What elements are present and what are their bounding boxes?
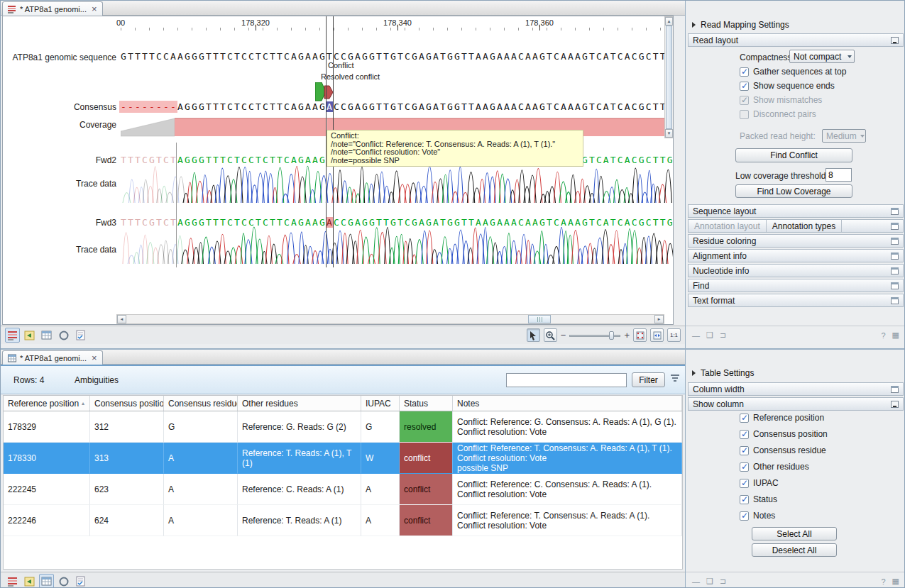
table-tab[interactable]: * ATP8a1 genomi... × <box>2 350 103 365</box>
table-view-button[interactable] <box>39 328 54 343</box>
find-low-coverage-button[interactable]: Find Low Coverage <box>735 184 852 198</box>
checkbox-icon[interactable] <box>740 511 749 521</box>
checkbox-icon[interactable] <box>740 430 749 439</box>
dock-panel-icon[interactable]: ⊐ <box>720 331 726 340</box>
group-sequence-layout[interactable]: Sequence layout <box>688 204 904 218</box>
column-header-consensus-residue[interactable]: Consensus residue <box>164 396 238 411</box>
horizontal-scrollbar-track[interactable] <box>126 315 654 323</box>
group-residue-coloring[interactable]: Residue coloring <box>688 234 904 248</box>
checkbox-icon[interactable] <box>740 67 749 77</box>
vertical-scrollbar[interactable]: ▲ ▼ <box>664 16 674 138</box>
consensus-gap[interactable]: -------- <box>121 101 177 112</box>
sequence-view-button[interactable] <box>5 574 20 588</box>
vertical-scrollbar-thumb[interactable] <box>666 26 672 129</box>
dock-panel-icon[interactable]: ⊐ <box>720 577 726 586</box>
reference-sequence[interactable]: CCGAGGTTGTCGAGATGGTTAAGAAACAAGTCAAAGTCAT… <box>334 51 674 62</box>
table-filter-input[interactable] <box>506 373 627 387</box>
checkbox-icon[interactable] <box>740 462 749 472</box>
advanced-filter-icon[interactable] <box>669 373 681 386</box>
editor-tab[interactable]: * ATP8a1 genomi... × <box>2 1 103 16</box>
selection-tool-button[interactable] <box>527 328 540 342</box>
read-mapping-view[interactable]: 00 178,320 178,340 178,360 ATP8a1 genomi… <box>2 16 674 325</box>
annotation-view-button[interactable] <box>22 328 37 343</box>
low-coverage-threshold-input[interactable] <box>826 168 852 182</box>
undock-group-icon[interactable] <box>891 238 899 245</box>
zoom-tool-button[interactable] <box>544 328 557 342</box>
group-find[interactable]: Find <box>688 279 904 292</box>
column-header-status[interactable]: Status <box>400 396 453 411</box>
zoom-100-button[interactable]: 1:1 <box>667 328 681 342</box>
checkbox-icon[interactable] <box>740 414 749 423</box>
zoom-out-icon[interactable]: − <box>561 330 566 340</box>
editor-tab-close-icon[interactable]: × <box>92 6 97 13</box>
show-sequence-ends-checkbox[interactable]: Show sequence ends <box>740 81 835 91</box>
zoom-in-icon[interactable]: + <box>624 330 630 340</box>
restore-panel-icon[interactable]: ❑ <box>706 577 713 586</box>
undock-group-icon[interactable] <box>891 223 899 230</box>
table-row[interactable]: 222245 623 A Reference: C. Reads: A (1) … <box>4 474 682 505</box>
undock-group-icon[interactable] <box>891 208 899 215</box>
zoom-slider[interactable] <box>569 331 620 340</box>
side-panel-icon[interactable]: ▦ <box>892 577 899 586</box>
table-row[interactable]: 222246 624 A Reference: T. Reads: A (1) … <box>4 505 682 536</box>
circular-view-button[interactable] <box>56 328 71 343</box>
collapse-group-icon[interactable] <box>891 37 899 44</box>
show-column-consensus-position-checkbox[interactable]: Consensus position <box>740 429 828 439</box>
select-all-button[interactable]: Select All <box>752 527 837 540</box>
reference-sequence[interactable]: GTTTTCCAAGGGTTTCTCCTCTTCAGAAG <box>121 51 327 62</box>
zoom-slider-thumb[interactable] <box>609 331 614 340</box>
column-header-other-residues[interactable]: Other residues <box>238 396 361 411</box>
scroll-up-button[interactable]: ▲ <box>665 17 673 26</box>
undock-group-icon[interactable] <box>891 386 899 393</box>
table-row[interactable]: 178329 312 G Reference: G. Reads: G (2) … <box>4 411 682 443</box>
reference-cursor-base[interactable]: T <box>327 51 334 62</box>
group-alignment-info[interactable]: Alignment info <box>688 249 904 262</box>
zoom-to-selection-button[interactable] <box>633 328 647 342</box>
compactness-dropdown[interactable]: Not compact <box>789 50 855 63</box>
help-icon[interactable]: ? <box>881 577 885 586</box>
group-column-width[interactable]: Column width <box>688 382 904 396</box>
filter-button[interactable]: Filter <box>632 372 665 387</box>
text-view-button[interactable] <box>73 574 88 588</box>
column-header-reference-position[interactable]: Reference position▴ <box>4 396 90 411</box>
horizontal-scrollbar-thumb[interactable] <box>528 315 551 323</box>
help-icon[interactable]: ? <box>881 331 885 340</box>
undock-group-icon[interactable] <box>891 253 899 260</box>
fwd2-sequence[interactable]: AGGGTTTCTCCTCTTCAGAAG <box>177 155 327 165</box>
conflict-annotation-icons[interactable] <box>315 82 335 104</box>
minimize-panel-icon[interactable]: — <box>692 577 700 586</box>
find-conflict-button[interactable]: Find Conflict <box>735 148 852 162</box>
undock-group-icon[interactable] <box>891 297 899 304</box>
tab-annotation-layout[interactable]: Annotation layout <box>689 220 767 232</box>
table-view-button[interactable] <box>39 574 54 588</box>
checkbox-icon[interactable] <box>740 495 749 504</box>
show-column-reference-position-checkbox[interactable]: Reference position <box>740 413 824 423</box>
show-column-iupac-checkbox[interactable]: IUPAC <box>740 478 779 488</box>
group-text-format[interactable]: Text format <box>688 294 904 307</box>
annotation-view-button[interactable] <box>22 574 37 588</box>
scroll-right-button[interactable]: ► <box>654 315 664 323</box>
restore-panel-icon[interactable]: ❑ <box>706 331 713 340</box>
sequence-view-button[interactable] <box>5 328 20 343</box>
checkbox-icon[interactable] <box>740 446 749 455</box>
scroll-left-button[interactable]: ◄ <box>117 315 126 323</box>
deselect-all-button[interactable]: Deselect All <box>752 543 837 557</box>
fwd3-mismatch-base[interactable]: A <box>327 217 334 228</box>
show-column-consensus-residue-checkbox[interactable]: Consensus residue <box>740 445 826 455</box>
horizontal-scrollbar[interactable]: ◄ ► <box>116 314 664 324</box>
panel-arrow-icon[interactable] <box>692 370 696 376</box>
collapse-group-icon[interactable] <box>891 401 899 408</box>
table-row-selected[interactable]: 178330 313 A Reference: T. Reads: A (1),… <box>4 443 682 474</box>
minimize-panel-icon[interactable]: — <box>692 331 700 340</box>
consensus-sequence[interactable]: CCGAGGTTGTCGAGATGGTTAAGAAACAAGTCAAAGTCAT… <box>334 101 674 112</box>
checkbox-icon[interactable] <box>740 82 749 91</box>
group-show-column[interactable]: Show column <box>688 397 904 411</box>
show-column-other-residues-checkbox[interactable]: Other residues <box>740 462 809 472</box>
group-read-layout[interactable]: Read layout <box>688 33 904 47</box>
column-header-iupac[interactable]: IUPAC <box>361 396 400 411</box>
group-nucleotide-info[interactable]: Nucleotide info <box>688 264 904 277</box>
scroll-down-button[interactable]: ▼ <box>665 129 673 138</box>
consensus-highlight-base[interactable]: A <box>327 101 334 112</box>
show-column-notes-checkbox[interactable]: Notes <box>740 511 775 521</box>
undock-group-icon[interactable] <box>891 267 899 274</box>
